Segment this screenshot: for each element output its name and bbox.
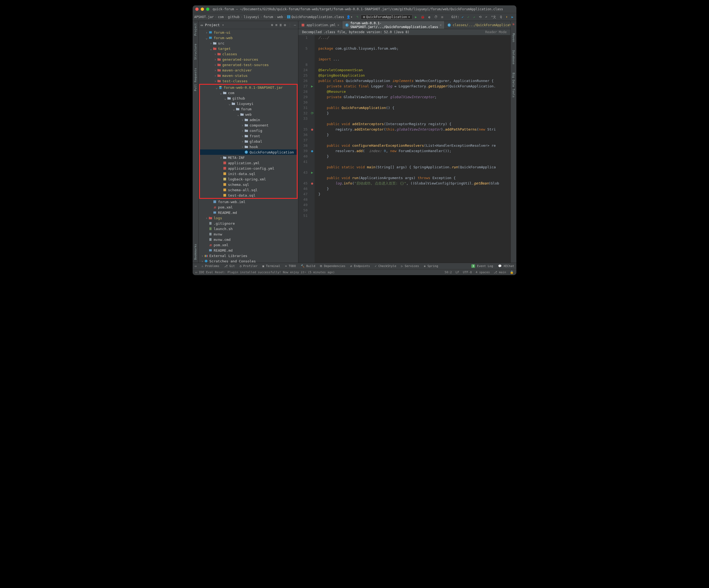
- run-button[interactable]: ▶: [414, 15, 418, 20]
- code-source[interactable]: /.../ package com.github.liuyueyi.forum.…: [315, 35, 510, 263]
- close-window-button[interactable]: [195, 7, 199, 11]
- chevron-down-icon[interactable]: ▾: [222, 23, 224, 27]
- tool-spring[interactable]: ❀ Spring: [424, 264, 438, 268]
- tree-node[interactable]: test-data.sql: [200, 193, 297, 198]
- collapse-all-icon[interactable]: ≣: [280, 23, 282, 27]
- file-encoding[interactable]: UTF-8: [463, 270, 472, 274]
- xechat-button[interactable]: 💬 XEChat: [498, 264, 514, 268]
- minimize-window-button[interactable]: [201, 7, 204, 11]
- upgrade-icon[interactable]: ⬆︎: [504, 15, 509, 20]
- tree-node[interactable]: .gitignore: [199, 221, 298, 226]
- tree-node[interactable]: ⌄forum: [200, 106, 297, 112]
- tool-pullreq[interactable]: Pull Requests: [194, 68, 197, 91]
- tool-structure[interactable]: Structure: [194, 44, 197, 60]
- tool-git[interactable]: ⎇ Git: [224, 264, 235, 268]
- tree-node[interactable]: ›front: [200, 133, 297, 139]
- tree-node[interactable]: README.md: [199, 248, 298, 253]
- tree-node[interactable]: mpom.xml: [199, 242, 298, 248]
- tree-node[interactable]: ›src: [199, 41, 298, 46]
- tree-node[interactable]: mvnw: [199, 232, 298, 237]
- tree-node[interactable]: ›admin: [200, 117, 297, 123]
- user-icon[interactable]: 👤▾: [345, 15, 354, 20]
- coverage-button[interactable]: ◐: [427, 15, 432, 20]
- lock-icon[interactable]: 🔒: [510, 270, 514, 274]
- tree-node[interactable]: application-config.yml: [200, 166, 297, 171]
- play-video-icon[interactable]: ▶: [510, 15, 515, 20]
- expand-all-icon[interactable]: ≡: [275, 23, 278, 27]
- tree-node[interactable]: ›maven-archiver: [199, 68, 298, 73]
- tool-build[interactable]: 🔨 Build: [301, 264, 315, 268]
- editor-tab[interactable]: Cforum-web-0.0.1-SNAPSHOT.jar!/.../Quick…: [342, 21, 445, 29]
- tree-node[interactable]: schema-all.sql: [200, 187, 297, 193]
- more-icon[interactable]: ▭: [195, 264, 197, 268]
- code-editor[interactable]: 1582425262728293031323335363738394041434…: [298, 35, 510, 263]
- tree-node[interactable]: ›hook: [200, 144, 297, 150]
- editor-tab[interactable]: Cclasses/.../QuickForumApplication.class…: [445, 21, 516, 29]
- maximize-window-button[interactable]: [206, 7, 209, 11]
- close-tab-icon[interactable]: ×: [337, 23, 339, 27]
- tree-node[interactable]: ›META-INF: [200, 155, 297, 160]
- tool-terminal[interactable]: ▣ Terminal: [263, 264, 280, 268]
- tree-node[interactable]: mpom.xml: [199, 205, 298, 210]
- gear-icon[interactable]: ⚙: [284, 23, 286, 27]
- git-history-icon[interactable]: ⟲: [477, 15, 483, 20]
- search-icon[interactable]: Q: [499, 15, 503, 20]
- tool-problems[interactable]: ⚠ Problems: [202, 264, 219, 268]
- back-arrow-icon[interactable]: ↰: [355, 15, 360, 20]
- tree-node[interactable]: README.md: [199, 210, 298, 215]
- tree-node[interactable]: ›classes: [199, 51, 298, 57]
- tool-endpoints[interactable]: ⇄ Endpoints: [350, 264, 370, 268]
- locate-icon[interactable]: ⊕: [271, 23, 273, 27]
- reader-mode-link[interactable]: Reader Mode: [485, 30, 507, 34]
- tool-database[interactable]: Database: [512, 50, 515, 64]
- tree-node[interactable]: application.yml: [200, 160, 297, 166]
- tree-node[interactable]: logback-spring.xml: [200, 177, 297, 182]
- tool-maven[interactable]: Maven: [512, 33, 515, 42]
- tool-services[interactable]: ▷ Services: [401, 264, 419, 268]
- breadcrumb[interactable]: com: [218, 15, 224, 19]
- tree-node[interactable]: mvnw.cmd: [199, 237, 298, 242]
- run-config-selector[interactable]: ⚙ QuickForumApplication ▾: [361, 15, 413, 20]
- git-push-icon[interactable]: ↗: [472, 15, 476, 20]
- tree-node[interactable]: ⌄forum-web: [199, 35, 298, 41]
- undo-icon[interactable]: ↶: [484, 15, 489, 20]
- breadcrumb[interactable]: forum: [263, 15, 273, 19]
- git-commit-icon[interactable]: ✓: [466, 15, 471, 20]
- breadcrumb[interactable]: github: [228, 15, 239, 19]
- breadcrumb[interactable]: QuickForumApplication.class: [291, 15, 344, 19]
- tree-node[interactable]: ›global: [200, 139, 297, 144]
- tool-todo[interactable]: ≔ TODO: [285, 264, 296, 268]
- tree-node[interactable]: ›config: [200, 128, 297, 133]
- breadcrumb[interactable]: liuyueyi: [244, 15, 259, 19]
- tree-node[interactable]: ⌄liuyueyi: [200, 101, 297, 106]
- stop-button[interactable]: ■: [440, 15, 445, 20]
- tool-project[interactable]: Project: [194, 23, 197, 35]
- tree-node[interactable]: ›generated-sources: [199, 57, 298, 62]
- tree-node[interactable]: ⌄target: [199, 46, 298, 51]
- git-update-icon[interactable]: ✔: [460, 15, 465, 20]
- profile-button[interactable]: ⏱: [433, 15, 439, 20]
- breadcrumb[interactable]: APSHOT.jar: [194, 15, 214, 19]
- tree-node[interactable]: launch.sh: [199, 226, 298, 232]
- hide-panel-icon[interactable]: —: [294, 23, 296, 27]
- tree-node[interactable]: ⌄com: [200, 90, 297, 96]
- tree-node[interactable]: ›generated-test-sources: [199, 62, 298, 68]
- project-panel-title[interactable]: Project: [205, 23, 220, 27]
- tree-node[interactable]: ⌄web: [200, 112, 297, 117]
- caret-position[interactable]: 50:2: [445, 270, 452, 274]
- debug-button[interactable]: 🐞: [419, 15, 426, 20]
- tool-deps[interactable]: ⧉ Dependencies: [320, 264, 345, 268]
- tool-profiler[interactable]: ◔ Profiler: [240, 264, 257, 268]
- tool-checkstyle[interactable]: ✓ CheckStyle: [375, 264, 396, 268]
- tree-node[interactable]: ›forum-ui: [199, 30, 298, 35]
- tree-node[interactable]: ›maven-status: [199, 73, 298, 78]
- tree-node[interactable]: forum-web.iml: [199, 199, 298, 205]
- close-tab-icon[interactable]: ×: [440, 23, 442, 27]
- tree-node[interactable]: ›logs: [199, 215, 298, 221]
- tree-node[interactable]: ›component: [200, 123, 297, 128]
- breadcrumb[interactable]: web: [277, 15, 283, 19]
- tree-node[interactable]: ⌄github: [200, 96, 297, 101]
- tool-bookmarks[interactable]: Bookmarks: [194, 244, 197, 260]
- tree-node[interactable]: ›External Libraries: [199, 253, 298, 259]
- tree-node[interactable]: ›test-classes: [199, 78, 298, 84]
